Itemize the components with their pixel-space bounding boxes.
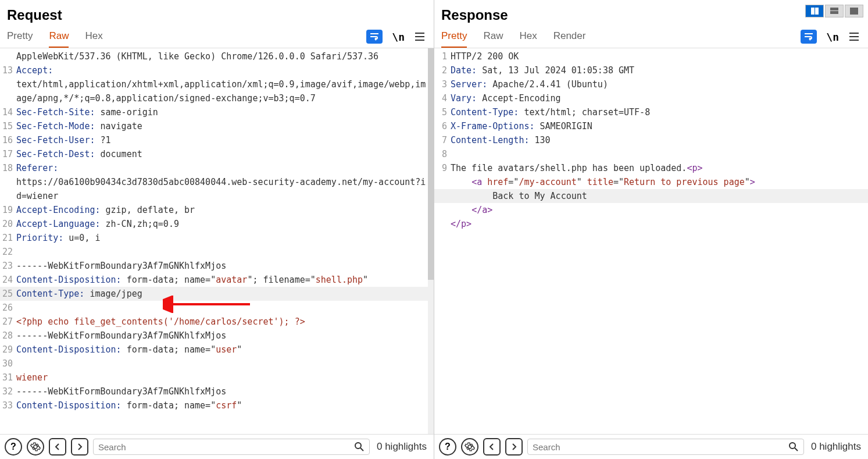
newline-button[interactable]: \n	[391, 30, 406, 44]
line-content: X-Frame-Options: SAMEORIGIN	[451, 119, 868, 133]
search-icon	[788, 442, 799, 452]
line-content: Date: Sat, 13 Jul 2024 01:05:38 GMT	[451, 63, 868, 77]
code-line: 32------WebKitFormBoundary3Af7mGNKhlfxMj…	[0, 385, 434, 398]
next-button[interactable]	[71, 438, 88, 456]
line-number: 13	[0, 63, 16, 77]
code-line: 2Date: Sat, 13 Jul 2024 01:05:38 GMT	[434, 63, 868, 77]
line-number	[434, 203, 451, 217]
code-line: 30	[0, 357, 434, 371]
line-number: 14	[0, 105, 16, 119]
request-tabs: Pretty Raw Hex \n	[0, 26, 434, 48]
line-content: Content-Disposition: form-data; name="cs…	[16, 398, 434, 412]
search-input[interactable]	[98, 442, 354, 452]
line-content: Sec-Fetch-Site: same-origin	[16, 105, 434, 119]
menu-button[interactable]	[847, 31, 861, 42]
line-content: Accept-Encoding: gzip, deflate, br	[16, 203, 434, 217]
code-line: 7Content-Length: 130	[434, 133, 868, 147]
code-line: 1HTTP/2 200 OK	[434, 49, 868, 63]
prev-button[interactable]	[483, 438, 501, 456]
search-input[interactable]	[533, 442, 788, 452]
highlight-count: 0 highlights	[374, 441, 429, 453]
line-content: Sec-Fetch-Mode: navigate	[16, 119, 434, 133]
response-tabs: Pretty Raw Hex Render \n	[434, 26, 868, 48]
line-number: 29	[0, 343, 16, 357]
code-line: 16Sec-Fetch-User: ?1	[0, 133, 434, 147]
line-content: Accept-Language: zh-CN,zh;q=0.9	[16, 217, 434, 231]
tab-pretty[interactable]: Pretty	[7, 26, 33, 48]
split-vertical-button[interactable]	[805, 5, 824, 17]
line-content: wiener	[16, 371, 434, 385]
split-horizontal-button[interactable]	[825, 5, 844, 17]
code-line: </a>	[434, 203, 868, 217]
line-content	[16, 245, 434, 259]
code-line: </p>	[434, 217, 868, 231]
line-number: 31	[0, 371, 16, 385]
line-number	[434, 217, 451, 231]
code-line: AppleWebKit/537.36 (KHTML, like Gecko) C…	[0, 49, 434, 63]
code-line: 23------WebKitFormBoundary3Af7mGNKhlfxMj…	[0, 259, 434, 273]
response-title: Response	[441, 7, 861, 23]
line-content: Content-Type: image/jpeg	[16, 287, 434, 301]
tab-pretty[interactable]: Pretty	[441, 26, 467, 48]
single-view-button[interactable]	[845, 5, 863, 17]
code-line: <a href="/my-account" title="Return to p…	[434, 175, 868, 189]
line-number: 15	[0, 119, 16, 133]
request-code[interactable]: AppleWebKit/537.36 (KHTML, like Gecko) C…	[0, 48, 434, 434]
line-number: 22	[0, 245, 16, 259]
line-number: 4	[434, 91, 451, 105]
tab-render[interactable]: Render	[553, 26, 586, 48]
hamburger-icon	[848, 32, 860, 41]
line-content: </p>	[451, 217, 868, 231]
line-content: text/html,application/xhtml+xml,applicat…	[16, 77, 434, 105]
response-footer: ? 0 highlights	[434, 434, 868, 459]
line-number: 2	[434, 63, 451, 77]
line-content: Server: Apache/2.4.41 (Ubuntu)	[451, 77, 868, 91]
help-button[interactable]: ?	[439, 438, 456, 456]
tab-hex[interactable]: Hex	[85, 26, 102, 48]
settings-button[interactable]	[27, 438, 44, 456]
code-line: 25Content-Type: image/jpeg	[0, 287, 434, 301]
line-content: Back to My Account	[451, 189, 868, 203]
tab-hex[interactable]: Hex	[519, 26, 537, 48]
response-code[interactable]: 1HTTP/2 200 OK2Date: Sat, 13 Jul 2024 01…	[434, 48, 868, 434]
line-content: https://0a6100b90434c3d7830d5abc00840044…	[16, 175, 434, 203]
highlight-count: 0 highlights	[809, 441, 863, 453]
tab-raw[interactable]: Raw	[49, 26, 69, 48]
arrow-right-icon	[76, 443, 84, 451]
code-line: 14Sec-Fetch-Site: same-origin	[0, 105, 434, 119]
line-content	[451, 147, 868, 161]
menu-button[interactable]	[413, 31, 427, 42]
line-number: 6	[434, 119, 451, 133]
wrap-lines-button[interactable]	[365, 29, 384, 45]
line-number: 3	[434, 77, 451, 91]
line-content: Sec-Fetch-User: ?1	[16, 133, 434, 147]
wrap-lines-button[interactable]	[799, 29, 818, 45]
line-number: 16	[0, 133, 16, 147]
code-line: Back to My Account	[434, 189, 868, 203]
line-content: Referer:	[16, 161, 434, 175]
code-line: 18Referer:	[0, 161, 434, 175]
code-line: 17Sec-Fetch-Dest: document	[0, 147, 434, 161]
newline-button[interactable]: \n	[825, 30, 840, 44]
prev-button[interactable]	[49, 438, 66, 456]
line-content: AppleWebKit/537.36 (KHTML, like Gecko) C…	[16, 49, 434, 63]
wrap-lines-icon	[366, 30, 383, 44]
next-button[interactable]	[505, 438, 523, 456]
line-number: 28	[0, 329, 16, 343]
code-line: 20Accept-Language: zh-CN,zh;q=0.9	[0, 217, 434, 231]
arrow-left-icon	[53, 443, 62, 451]
line-number	[434, 189, 451, 203]
line-content: Accept:	[16, 63, 434, 77]
arrow-right-icon	[510, 443, 518, 451]
line-number: 9	[434, 161, 451, 175]
code-line: 24Content-Disposition: form-data; name="…	[0, 273, 434, 287]
settings-button[interactable]	[461, 438, 478, 456]
line-number: 23	[0, 259, 16, 273]
help-button[interactable]: ?	[5, 438, 22, 456]
code-line: 19Accept-Encoding: gzip, deflate, br	[0, 203, 434, 217]
tab-raw[interactable]: Raw	[483, 26, 503, 48]
line-number	[0, 175, 16, 203]
line-content: ------WebKitFormBoundary3Af7mGNKhlfxMjos	[16, 385, 434, 398]
line-content: Vary: Accept-Encoding	[451, 91, 868, 105]
line-content: ------WebKitFormBoundary3Af7mGNKhlfxMjos	[16, 329, 434, 343]
